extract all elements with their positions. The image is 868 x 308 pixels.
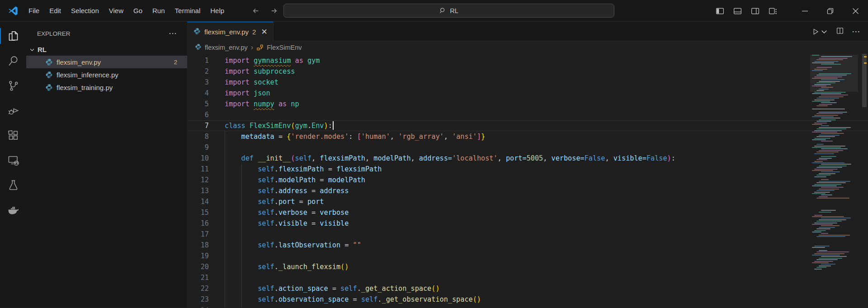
indent-guide [241, 164, 242, 175]
code-line-18[interactable]: 18 self.lastObservation = "" [187, 240, 868, 251]
minimap-line [812, 262, 829, 263]
minimap[interactable] [812, 55, 856, 308]
split-editor-button[interactable] [836, 27, 844, 36]
explorer-more-actions-icon[interactable]: ⋯ [169, 28, 177, 38]
indent-guide [225, 283, 225, 294]
code-line-15[interactable]: 15 self.verbose = verbose [187, 207, 868, 218]
code-line-14[interactable]: 14 self.port = port [187, 196, 868, 207]
minimap-line [819, 158, 832, 159]
customize-layout-icon[interactable] [766, 4, 779, 18]
file-item-flexsim_env.py[interactable]: flexsim_env.py2 [26, 56, 187, 68]
code-line-3[interactable]: 3import socket [187, 77, 868, 88]
breadcrumb: flexsim_env.py › FlexSimEnv [187, 41, 868, 54]
folder-root[interactable]: RL [26, 43, 187, 56]
run-and-debug-icon[interactable] [0, 98, 26, 123]
menu-help[interactable]: Help [205, 5, 229, 17]
code-line-20[interactable]: 20 self._launch_flexsim() [187, 261, 868, 272]
minimap-line [814, 123, 827, 123]
extensions-icon[interactable] [0, 123, 26, 148]
restore-button[interactable] [817, 0, 843, 22]
minimap-line [812, 255, 840, 256]
back-arrow-icon[interactable] [252, 7, 260, 15]
code-line-1[interactable]: 1import gymnasium as gym [187, 55, 868, 66]
file-item-flexsim_training.py[interactable]: flexsim_training.py [26, 81, 187, 94]
command-center-search[interactable]: RL [283, 4, 614, 18]
menu-file[interactable]: File [24, 5, 44, 17]
indent-guide [225, 175, 225, 185]
close-window-button[interactable] [843, 0, 868, 22]
code-line-8[interactable]: 8 metadata = {'render.modes': ['human', … [187, 131, 868, 142]
editor-more-actions-button[interactable]: ⋯ [852, 26, 861, 37]
menu-view[interactable]: View [104, 5, 128, 17]
minimap-line [814, 253, 844, 254]
toggle-primary-sidebar-icon[interactable] [713, 4, 726, 18]
source-control-icon[interactable] [0, 73, 26, 98]
code-line-11[interactable]: 11 self.flexsimPath = flexsimPath [187, 164, 868, 175]
menu-selection[interactable]: Selection [66, 5, 104, 17]
minimap-line [821, 118, 840, 118]
minimap-line [812, 147, 841, 148]
minimap-line [821, 171, 840, 172]
line-number: 10 [187, 153, 209, 164]
code-line-13[interactable]: 13 self.address = address [187, 185, 868, 196]
menu-terminal[interactable]: Terminal [170, 5, 206, 17]
indent-guide [225, 305, 225, 308]
minimize-button[interactable] [792, 0, 817, 22]
minimap-line [816, 267, 826, 268]
code-line-24[interactable]: 24 [187, 305, 868, 308]
menu-edit[interactable]: Edit [44, 5, 66, 17]
minimap-line [821, 210, 836, 211]
minimap-line [814, 76, 842, 77]
breadcrumb-symbol[interactable]: FlexSimEnv [267, 44, 302, 51]
toggle-panel-icon[interactable] [731, 4, 744, 18]
minimap-line [819, 104, 832, 105]
indent-guide [225, 218, 225, 229]
code-line-7[interactable]: 7class FlexSimEnv(gym.Env): [187, 120, 868, 131]
breadcrumb-file[interactable]: flexsim_env.py [205, 44, 248, 51]
scrollbar-slider[interactable] [862, 54, 867, 107]
menu-go[interactable]: Go [128, 5, 147, 17]
docker-icon[interactable] [0, 198, 26, 223]
indent-guide [225, 261, 225, 272]
code-line-2[interactable]: 2import subprocess [187, 66, 868, 77]
file-item-flexsim_inference.py[interactable]: flexsim_inference.py [26, 68, 187, 81]
code-line-12[interactable]: 12 self.modelPath = modelPath [187, 175, 868, 185]
minimap-line [819, 235, 850, 236]
minimap-line [816, 144, 824, 145]
minimap-line [816, 67, 832, 68]
explorer-icon[interactable] [0, 24, 26, 48]
code-line-22[interactable]: 22 self.action_space = self._get_action_… [187, 283, 868, 294]
code-line-16[interactable]: 16 self.visible = visible [187, 218, 868, 229]
vertical-scrollbar[interactable] [862, 54, 867, 308]
code-editor[interactable]: 1import gymnasium as gym2import subproce… [187, 54, 868, 308]
forward-arrow-icon[interactable] [270, 7, 278, 15]
line-number: 18 [187, 240, 209, 251]
code-line-10[interactable]: 10 def __init__(self, flexsimPath, model… [187, 153, 868, 164]
code-line-5[interactable]: 5import numpy as np [187, 99, 868, 109]
line-number: 4 [187, 88, 209, 99]
code-line-4[interactable]: 4import json [187, 88, 868, 99]
minimap-line [816, 228, 830, 229]
remote-explorer-icon[interactable] [0, 148, 26, 173]
testing-icon[interactable] [0, 173, 26, 198]
indent-guide [241, 283, 242, 294]
tab-flexsim-env[interactable]: flexsim_env.py 2 ✕ [187, 22, 274, 41]
code-line-17[interactable]: 17 [187, 229, 868, 240]
code-line-9[interactable]: 9 [187, 142, 868, 153]
minimap-line [812, 70, 823, 71]
menu-run[interactable]: Run [147, 5, 170, 17]
search-view-icon[interactable] [0, 48, 26, 73]
code-line-6[interactable]: 6 [187, 109, 868, 120]
minimap-line [812, 193, 826, 194]
code-line-23[interactable]: 23 self.observation_space = self._get_ob… [187, 294, 868, 305]
code-line-21[interactable]: 21 [187, 272, 868, 283]
code-line-19[interactable]: 19 [187, 251, 868, 261]
run-python-file-button[interactable] [811, 28, 828, 36]
minimap-line [819, 173, 835, 174]
tab-close-icon[interactable]: ✕ [261, 28, 267, 36]
line-number: 13 [187, 185, 209, 196]
minimap-line [821, 95, 848, 95]
sidebar-title: EXPLORER [37, 30, 71, 37]
minimap-line [816, 75, 847, 76]
toggle-secondary-sidebar-icon[interactable] [748, 4, 762, 18]
